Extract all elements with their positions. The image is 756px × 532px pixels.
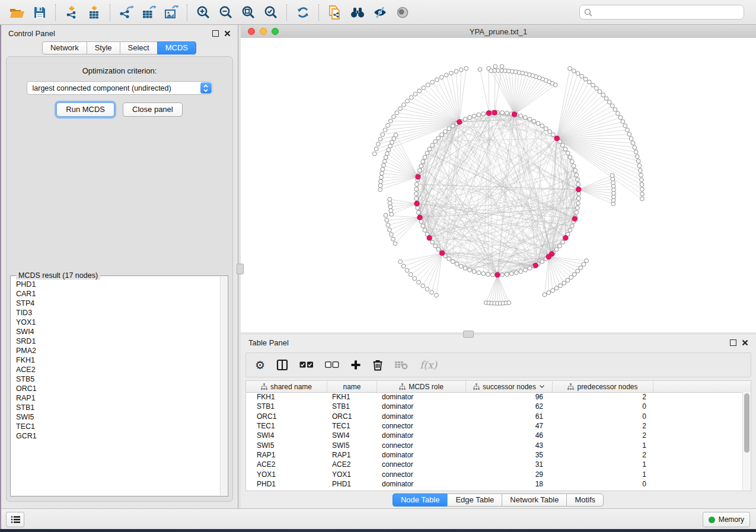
table-body: FKH1FKH1dominator962STB1STB1dominator620… bbox=[246, 392, 743, 491]
run-mcds-button[interactable]: Run MCDS bbox=[56, 102, 114, 117]
table-options-button[interactable]: ⚙ bbox=[255, 357, 265, 373]
column-header-successor-nodes[interactable]: successor nodes bbox=[466, 381, 553, 392]
mcds-result-item[interactable]: ORC1 bbox=[16, 384, 220, 393]
cell-shared-name: PHD1 bbox=[246, 480, 327, 488]
table-row[interactable]: STB1STB1dominator620 bbox=[246, 402, 743, 411]
import-network-button[interactable] bbox=[60, 2, 83, 23]
zoom-out-button[interactable] bbox=[215, 2, 237, 23]
deselect-all-button[interactable] bbox=[325, 357, 339, 373]
table-row[interactable]: ORC1ORC1dominator610 bbox=[246, 412, 743, 421]
close-panel-button[interactable]: Close panel bbox=[123, 102, 183, 117]
show-panels-button[interactable] bbox=[391, 2, 414, 23]
add-button[interactable] bbox=[350, 357, 361, 373]
vertical-splitter[interactable] bbox=[238, 25, 241, 508]
apply-layout-button[interactable] bbox=[292, 2, 314, 23]
tab-select[interactable]: Select bbox=[120, 41, 158, 55]
tab-network[interactable]: Network bbox=[42, 41, 87, 55]
import-table-button[interactable] bbox=[83, 2, 106, 23]
mcds-result-item[interactable]: SWI5 bbox=[16, 412, 220, 422]
tab-node-table[interactable]: Node Table bbox=[393, 493, 448, 507]
cell-predecessor-nodes: 2 bbox=[553, 451, 653, 459]
mcds-result-item[interactable]: GCR1 bbox=[16, 431, 220, 441]
hide-panels-button[interactable] bbox=[369, 2, 391, 23]
table-row[interactable]: TEC1TEC1connector472 bbox=[246, 421, 743, 431]
memory-button[interactable]: Memory bbox=[703, 512, 750, 527]
mcds-result-item[interactable]: TEC1 bbox=[16, 422, 220, 431]
mcds-result-item[interactable]: YOX1 bbox=[16, 318, 220, 327]
table-row[interactable]: PHD1PHD1dominator180 bbox=[246, 479, 743, 489]
memory-label: Memory bbox=[719, 515, 744, 524]
zoom-selected-button[interactable] bbox=[260, 2, 282, 23]
network-window-titlebar[interactable]: YPA_prune.txt_1 bbox=[241, 25, 756, 39]
search-network-button[interactable] bbox=[346, 2, 369, 23]
network-canvas[interactable] bbox=[241, 38, 756, 332]
horizontal-splitter[interactable] bbox=[241, 332, 756, 335]
tab-style[interactable]: Style bbox=[87, 41, 120, 55]
zoom-in-button[interactable] bbox=[192, 2, 215, 23]
mcds-result-item[interactable]: SRD1 bbox=[16, 336, 220, 346]
eye-icon bbox=[395, 6, 410, 19]
export-table-button[interactable] bbox=[138, 2, 160, 23]
splitter-handle[interactable] bbox=[237, 264, 244, 274]
toggle-columns-button[interactable] bbox=[276, 357, 288, 373]
cell-name: SWI5 bbox=[327, 441, 377, 450]
table-scrollbar[interactable] bbox=[742, 392, 751, 491]
mcds-result-list[interactable]: PHD1CAR1STP4TID3YOX1SWI4SRD1PMA2FKH1ACE2… bbox=[11, 278, 220, 495]
sort-desc-icon bbox=[539, 384, 545, 389]
row-menu-button[interactable] bbox=[6, 512, 24, 527]
mcds-result-item[interactable]: STP4 bbox=[16, 299, 220, 308]
optimization-select[interactable]: largest connected component (undirected) bbox=[27, 81, 213, 95]
clone-network-button[interactable] bbox=[324, 2, 346, 23]
mcds-result-item[interactable]: STB5 bbox=[16, 374, 220, 384]
table-row[interactable]: SWI5SWI5connector431 bbox=[246, 440, 743, 450]
column-header-name[interactable]: name bbox=[327, 381, 377, 392]
cell-shared-name: SWI5 bbox=[246, 441, 327, 450]
column-header-predecessor-nodes[interactable]: predecessor nodes bbox=[553, 381, 653, 392]
mcds-result-scrollbar[interactable] bbox=[220, 277, 227, 495]
tab-network-table[interactable]: Network Table bbox=[502, 493, 567, 507]
column-header-mcds-role[interactable]: MCDS role bbox=[377, 381, 466, 392]
toolbar-divider bbox=[286, 4, 288, 21]
zoom-fit-button[interactable] bbox=[237, 2, 260, 23]
close-panel-icon[interactable] bbox=[224, 30, 231, 37]
save-session-button[interactable] bbox=[28, 2, 51, 23]
scrollbar-thumb[interactable] bbox=[744, 393, 749, 453]
destroy-table-button[interactable] bbox=[394, 357, 409, 373]
close-panel-icon[interactable] bbox=[742, 339, 748, 346]
application-window: Control Panel NetworkStyleSelectMCDS Opt… bbox=[0, 0, 756, 529]
mcds-result-item[interactable]: SWI4 bbox=[16, 327, 220, 336]
table-row[interactable]: ACE2ACE2connector311 bbox=[246, 460, 743, 469]
mcds-result-item[interactable]: RAP1 bbox=[16, 393, 220, 403]
delete-button[interactable] bbox=[372, 357, 383, 373]
float-panel-icon[interactable] bbox=[212, 30, 219, 37]
cell-name: ORC1 bbox=[327, 412, 377, 421]
table-row[interactable]: RAP1RAP1dominator352 bbox=[246, 450, 743, 460]
column-header-shared-name[interactable]: shared name bbox=[246, 381, 327, 392]
open-session-button[interactable] bbox=[6, 2, 28, 23]
export-network-button[interactable] bbox=[115, 2, 138, 23]
tab-edge-table[interactable]: Edge Table bbox=[447, 493, 502, 507]
mcds-result-item[interactable]: TID3 bbox=[16, 308, 220, 318]
search-input[interactable] bbox=[595, 8, 739, 17]
mcds-result-item[interactable]: FKH1 bbox=[16, 355, 220, 365]
tab-mcds[interactable]: MCDS bbox=[157, 41, 196, 55]
function-builder-button[interactable]: f(x) bbox=[420, 357, 437, 373]
splitter-handle[interactable] bbox=[463, 331, 474, 338]
table-panel: Table Panel ⚙ bbox=[241, 335, 756, 508]
mcds-result-item[interactable]: PMA2 bbox=[16, 346, 220, 355]
table-row[interactable]: FKH1FKH1dominator962 bbox=[246, 392, 743, 402]
mcds-result-item[interactable]: CAR1 bbox=[16, 289, 220, 299]
export-image-button[interactable] bbox=[160, 2, 183, 23]
select-all-button[interactable] bbox=[299, 357, 314, 373]
search-box[interactable] bbox=[579, 5, 744, 20]
table-row[interactable]: YOX1YOX1connector291 bbox=[246, 469, 743, 479]
table-row[interactable]: SWI4SWI4dominator462 bbox=[246, 431, 743, 440]
mcds-result-item[interactable]: PHD1 bbox=[16, 280, 220, 289]
tab-motifs[interactable]: Motifs bbox=[566, 493, 604, 507]
mcds-result-item[interactable]: ACE2 bbox=[16, 365, 220, 374]
mcds-result-item[interactable]: STB1 bbox=[16, 403, 220, 412]
export-image-icon bbox=[164, 5, 179, 20]
toolbar-divider bbox=[110, 4, 111, 21]
float-panel-icon[interactable] bbox=[730, 339, 736, 346]
cell-mcds-role: dominator bbox=[377, 393, 466, 401]
